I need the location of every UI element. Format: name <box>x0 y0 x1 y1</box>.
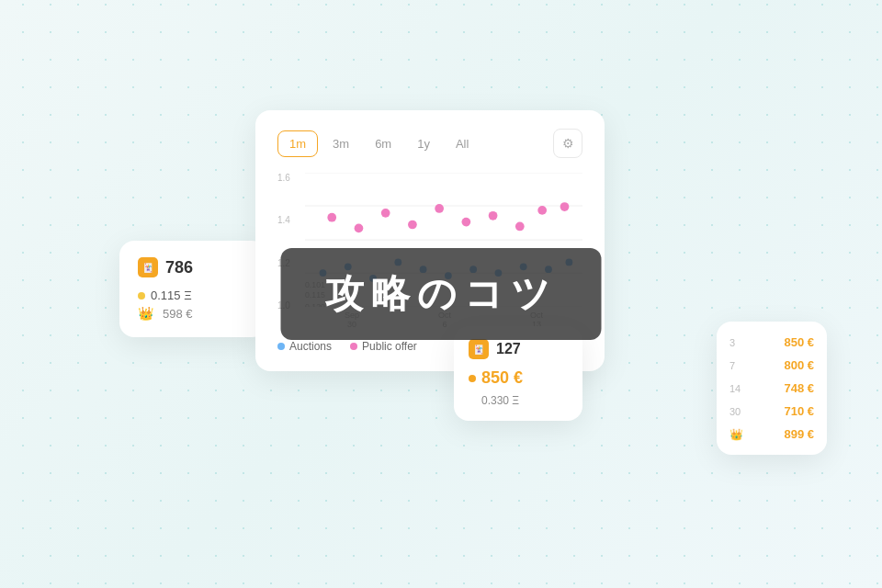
legend-dot-pink <box>350 343 357 350</box>
tab-6m[interactable]: 6m <box>364 131 402 156</box>
tooltip-count: 127 <box>496 341 521 357</box>
tab-all[interactable]: All <box>445 131 480 156</box>
svg-point-22 <box>489 211 498 220</box>
svg-point-23 <box>515 222 525 232</box>
list-price-4: 710 € <box>784 404 814 418</box>
list-row-5: 👑 899 € <box>717 423 827 446</box>
tooltip-price-main: 850 € <box>469 368 568 388</box>
list-row-4: 30 710 € <box>717 400 827 423</box>
y-label-2: 1.4 <box>277 215 290 225</box>
list-row-3: 14 748 € <box>717 377 827 400</box>
legend-auctions-label: Auctions <box>289 340 332 353</box>
legend-public-offer: Public offer <box>350 340 417 353</box>
item-icon: 🃏 <box>138 257 158 277</box>
y-label-1: 1.6 <box>277 173 290 183</box>
legend-auctions: Auctions <box>277 340 332 353</box>
tab-1m[interactable]: 1m <box>277 130 318 157</box>
list-row-1: 3 850 € <box>717 331 827 354</box>
tooltip-price-eth-row: 0.330 Ξ <box>481 391 568 408</box>
svg-point-24 <box>537 206 547 215</box>
tooltip-item-row: 🃏 127 <box>469 339 568 359</box>
eth-price: 0.115 Ξ <box>151 288 192 302</box>
card-item-left: 🃏 786 0.115 Ξ 👑 598 € <box>119 241 266 337</box>
list-price-5: 899 € <box>784 427 814 441</box>
settings-button[interactable]: ⚙ <box>553 129 582 158</box>
svg-point-17 <box>355 224 364 233</box>
svg-point-20 <box>435 204 444 213</box>
item-count: 786 <box>165 258 193 277</box>
legend-public-offer-label: Public offer <box>362 340 417 353</box>
card-price-list: 3 850 € 7 800 € 14 748 € 30 710 € 👑 899 … <box>717 322 827 455</box>
svg-point-25 <box>560 202 570 211</box>
time-tab-group: 1m 3m 6m 1y All ⚙ <box>277 129 582 158</box>
tab-3m[interactable]: 3m <box>322 131 360 156</box>
svg-point-19 <box>408 220 417 230</box>
tooltip-price-eur: 850 € <box>481 368 523 388</box>
crown-icon: 👑 <box>138 306 153 321</box>
crown-icon-list: 👑 <box>729 428 743 441</box>
eur-price: 598 € <box>163 307 193 321</box>
eth-price-row: 0.115 Ξ <box>138 288 248 302</box>
list-price-3: 748 € <box>784 381 814 395</box>
list-num-3: 14 <box>729 383 742 394</box>
tab-1y[interactable]: 1y <box>406 131 441 156</box>
banner-overlay: 攻略のコツ <box>281 248 602 340</box>
list-price-2: 800 € <box>784 358 814 372</box>
svg-point-21 <box>461 218 470 227</box>
list-row-2: 7 800 € <box>717 354 827 377</box>
legend-dot-blue <box>277 343 285 350</box>
list-num-4: 30 <box>729 406 742 417</box>
svg-point-18 <box>381 209 390 218</box>
tooltip-price-eth: 0.330 Ξ <box>481 394 519 407</box>
list-price-1: 850 € <box>784 335 814 349</box>
item-header: 🃏 786 <box>138 257 248 277</box>
list-num-2: 7 <box>729 360 742 371</box>
list-num-1: 3 <box>729 337 742 348</box>
card-tooltip: 🃏 127 850 € 0.330 Ξ <box>454 326 582 421</box>
tooltip-icon: 🃏 <box>469 339 489 359</box>
orange-dot <box>469 375 476 382</box>
banner-text: 攻略のコツ <box>325 272 558 315</box>
yellow-dot <box>138 292 145 300</box>
svg-point-16 <box>327 213 336 222</box>
